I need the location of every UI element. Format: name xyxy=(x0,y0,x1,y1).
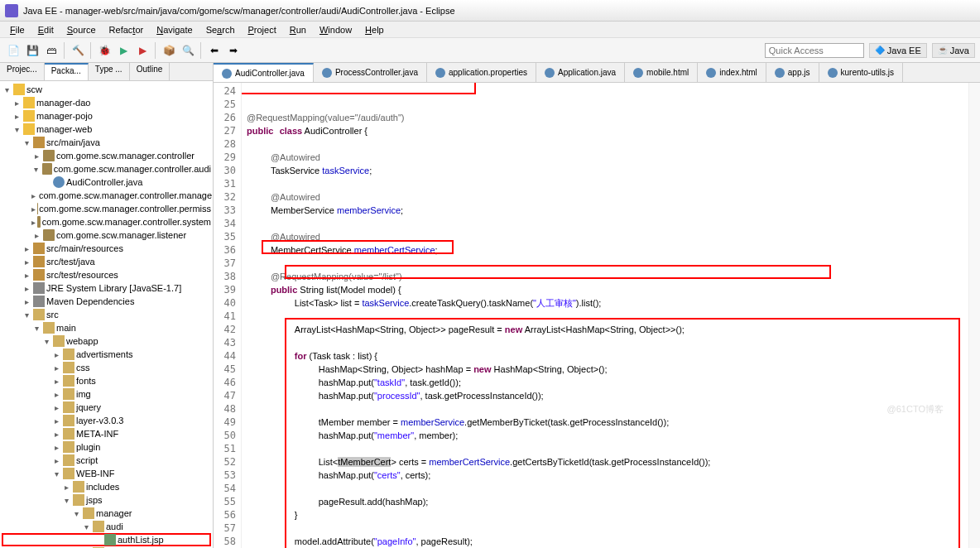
side-tab[interactable]: Type ... xyxy=(89,63,130,80)
expand-icon[interactable]: ▸ xyxy=(12,112,22,121)
expand-icon[interactable]: ▾ xyxy=(41,337,51,346)
tree-node[interactable]: ▸com.gome.scw.manager.listener xyxy=(2,228,211,242)
expand-icon[interactable]: ▾ xyxy=(31,165,41,174)
expand-icon[interactable]: ▸ xyxy=(22,257,31,267)
expand-icon[interactable]: ▸ xyxy=(51,443,61,452)
editor-tab[interactable]: AudiController.java xyxy=(214,63,314,82)
tree-node[interactable]: ▾webapp xyxy=(2,334,211,348)
expand-icon[interactable]: ▾ xyxy=(2,85,12,94)
tree-node[interactable]: ▾jsps xyxy=(2,493,211,507)
tree-node[interactable]: ▸src/test/resources xyxy=(2,268,211,281)
tree-node[interactable]: ▾WEB-INF xyxy=(2,467,211,480)
perspective-java[interactable]: ☕Java xyxy=(932,43,975,58)
tree-node[interactable]: ▾main xyxy=(2,321,211,334)
build-button[interactable]: 🔨 xyxy=(70,42,86,59)
expand-icon[interactable]: ▸ xyxy=(31,231,41,240)
menu-search[interactable]: Search xyxy=(199,23,242,36)
expand-icon[interactable]: ▸ xyxy=(51,377,61,386)
overview-ruler[interactable] xyxy=(968,83,980,548)
expand-icon[interactable]: ▸ xyxy=(51,363,61,373)
side-tab[interactable]: Projec... xyxy=(0,63,45,80)
expand-icon[interactable]: ▸ xyxy=(61,483,71,492)
expand-icon[interactable]: ▸ xyxy=(51,430,61,439)
tree-node[interactable]: ▾scw xyxy=(2,83,211,96)
expand-icon[interactable]: ▾ xyxy=(51,469,61,478)
tree-node[interactable]: ▸includes xyxy=(2,480,211,493)
tree-node[interactable]: ▸img xyxy=(2,387,211,401)
side-tab[interactable]: Packa... xyxy=(45,63,89,80)
editor-tab[interactable]: index.html xyxy=(698,63,766,82)
tree-node[interactable]: authList.jsp xyxy=(2,533,211,546)
expand-icon[interactable]: ▸ xyxy=(51,416,61,425)
open-type-button[interactable]: 🔍 xyxy=(180,42,196,59)
menu-source[interactable]: Source xyxy=(60,23,103,36)
menu-window[interactable]: Window xyxy=(313,23,358,36)
editor-tab[interactable]: ProcessController.java xyxy=(314,63,427,82)
tree-node[interactable]: ▸Maven Dependencies xyxy=(2,295,211,308)
quick-access-input[interactable] xyxy=(765,43,864,58)
run-ext-button[interactable]: ▶ xyxy=(134,42,151,59)
editor-tab[interactable]: application.properties xyxy=(427,63,536,82)
expand-icon[interactable]: ▾ xyxy=(71,509,81,518)
new-button[interactable]: 📄 xyxy=(5,42,22,59)
run-button[interactable]: ▶ xyxy=(115,42,132,59)
tree-node[interactable]: ▾manager-web xyxy=(2,123,211,136)
tree-node[interactable]: ▸com.gome.scw.manager.controller.manage xyxy=(2,189,211,202)
expand-icon[interactable]: ▸ xyxy=(22,284,31,293)
tree-node[interactable]: ▸plugin xyxy=(2,440,211,454)
editor-tab[interactable]: Application.java xyxy=(536,63,625,82)
expand-icon[interactable]: ▸ xyxy=(51,403,61,412)
tree-node[interactable]: ▸src/test/java xyxy=(2,255,211,268)
tree-node[interactable]: ▸com.gome.scw.manager.controller.permiss xyxy=(2,202,211,215)
tree-node[interactable]: ▸src/main/resources xyxy=(2,242,211,255)
tree-node[interactable]: ▸manager-dao xyxy=(2,96,211,109)
perspective-javaee[interactable]: 🔷Java EE xyxy=(869,43,927,58)
tree-node[interactable]: ▸META-INF xyxy=(2,427,211,440)
expand-icon[interactable]: ▾ xyxy=(22,310,31,320)
expand-icon[interactable]: ▸ xyxy=(22,244,31,253)
debug-button[interactable]: 🐞 xyxy=(96,42,113,59)
expand-icon[interactable]: ▸ xyxy=(12,99,22,108)
tree-node[interactable]: ▸com.gome.scw.manager.controller.system xyxy=(2,215,211,228)
menu-run[interactable]: Run xyxy=(283,23,313,36)
back-button[interactable]: ⬅ xyxy=(206,42,223,59)
tree-node[interactable]: ▸jquery xyxy=(2,401,211,414)
code-content[interactable]: @RequestMapping(value="/audi/auth") publ… xyxy=(242,83,968,548)
tree-node[interactable]: ▸fonts xyxy=(2,374,211,387)
expand-icon[interactable]: ▸ xyxy=(51,456,61,465)
expand-icon[interactable]: ▸ xyxy=(31,191,36,200)
menu-help[interactable]: Help xyxy=(358,23,391,36)
expand-icon[interactable]: ▾ xyxy=(12,125,22,134)
tree-node[interactable]: ▸com.gome.scw.manager.controller xyxy=(2,149,211,162)
editor-tab[interactable]: kurento-utils.js xyxy=(819,63,903,82)
side-tab[interactable]: Outline xyxy=(130,63,171,80)
tree-node[interactable]: ▸advertisments xyxy=(2,348,211,361)
tree-node[interactable]: ▾manager xyxy=(2,507,211,520)
expand-icon[interactable]: ▸ xyxy=(22,271,31,280)
menu-project[interactable]: Project xyxy=(242,23,283,36)
tree-node[interactable]: ▸script xyxy=(2,454,211,467)
package-explorer-tree[interactable]: ▾scw▸manager-dao▸manager-pojo▾manager-we… xyxy=(0,81,213,548)
tree-node[interactable]: ▸css xyxy=(2,361,211,374)
save-button[interactable]: 💾 xyxy=(24,42,41,59)
tree-node[interactable]: ▾audi xyxy=(2,520,211,533)
save-all-button[interactable]: 🗃 xyxy=(43,42,60,59)
tree-node[interactable]: ▾src xyxy=(2,308,211,321)
tree-node[interactable]: ▸manager-pojo xyxy=(2,109,211,123)
expand-icon[interactable]: ▸ xyxy=(51,350,61,359)
expand-icon[interactable]: ▸ xyxy=(51,390,61,399)
tree-node[interactable]: ▾com.gome.scw.manager.controller.audi xyxy=(2,162,211,175)
expand-icon[interactable]: ▾ xyxy=(22,138,31,147)
tree-node[interactable]: ▸JRE System Library [JavaSE-1.7] xyxy=(2,281,211,295)
tree-node[interactable]: ▾src/main/java xyxy=(2,136,211,149)
editor-tab[interactable]: mobile.html xyxy=(625,63,698,82)
editor-tab[interactable]: app.js xyxy=(766,63,819,82)
expand-icon[interactable]: ▾ xyxy=(31,324,41,333)
expand-icon[interactable]: ▾ xyxy=(61,496,71,505)
menu-edit[interactable]: Edit xyxy=(31,23,60,36)
forward-button[interactable]: ➡ xyxy=(225,42,242,59)
menu-refactor[interactable]: Refactor xyxy=(103,23,151,36)
expand-icon[interactable]: ▾ xyxy=(81,522,91,531)
expand-icon[interactable]: ▸ xyxy=(22,297,31,306)
menu-file[interactable]: File xyxy=(3,23,31,36)
